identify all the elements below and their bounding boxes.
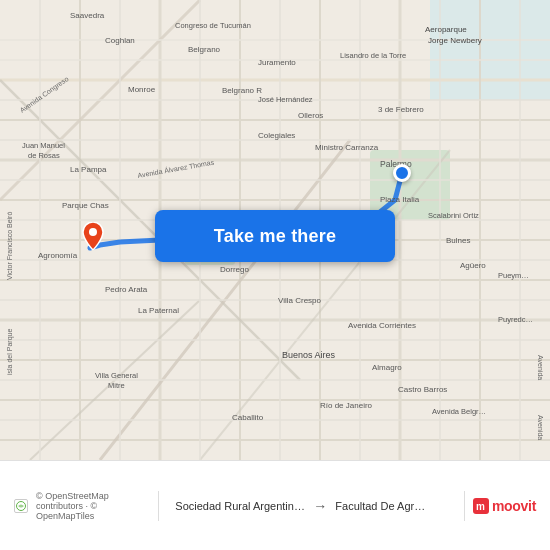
svg-text:Scalabrini Ortiz: Scalabrini Ortiz xyxy=(428,211,479,220)
svg-text:m: m xyxy=(476,501,485,512)
svg-text:Plaza Italia: Plaza Italia xyxy=(380,195,420,204)
divider-2 xyxy=(464,491,465,521)
svg-text:Coghlan: Coghlan xyxy=(105,36,135,45)
svg-text:Aeroparque: Aeroparque xyxy=(425,25,467,34)
svg-point-89 xyxy=(89,228,97,236)
svg-text:Juan Manuel: Juan Manuel xyxy=(22,141,65,150)
svg-text:Villa General: Villa General xyxy=(95,371,138,380)
svg-text:Agüero: Agüero xyxy=(460,261,486,270)
destination-marker xyxy=(393,164,411,182)
svg-text:Dorrego: Dorrego xyxy=(220,265,249,274)
svg-text:Buenos Aires: Buenos Aires xyxy=(282,350,336,360)
svg-text:Saavedra: Saavedra xyxy=(70,11,105,20)
svg-text:Avenida: Avenida xyxy=(537,415,544,440)
svg-text:Monroe: Monroe xyxy=(128,85,156,94)
svg-text:Colegiales: Colegiales xyxy=(258,131,295,140)
svg-text:La Paternal: La Paternal xyxy=(138,306,179,315)
svg-text:Mitre: Mitre xyxy=(108,381,125,390)
origin-marker xyxy=(82,222,104,250)
route-arrow: → xyxy=(313,498,327,514)
svg-text:Lisandro de la Torre: Lisandro de la Torre xyxy=(340,51,406,60)
svg-text:Avenida Belgr…: Avenida Belgr… xyxy=(432,407,486,416)
svg-text:Pedro Arata: Pedro Arata xyxy=(105,285,148,294)
svg-text:Parque Chas: Parque Chas xyxy=(62,201,109,210)
route-origin: Sociedad Rural Argentina (Buen… xyxy=(175,500,305,512)
svg-text:3 de Febrero: 3 de Febrero xyxy=(378,105,424,114)
take-me-there-button[interactable]: Take me there xyxy=(155,210,395,262)
button-label: Take me there xyxy=(214,226,336,247)
svg-text:Almagro: Almagro xyxy=(372,363,402,372)
attribution-area: © OpenStreetMap contributors · © OpenMap… xyxy=(14,491,150,521)
svg-text:Congreso de Tucumán: Congreso de Tucumán xyxy=(175,21,251,30)
svg-text:Ministro Carranza: Ministro Carranza xyxy=(315,143,379,152)
svg-text:Pueym…: Pueym… xyxy=(498,271,529,280)
svg-text:Puyredc…: Puyredc… xyxy=(498,315,533,324)
svg-text:Jorge Newbery: Jorge Newbery xyxy=(428,36,482,45)
svg-text:Olleros: Olleros xyxy=(298,111,323,120)
moovit-icon: m xyxy=(473,498,489,514)
svg-text:Avenida: Avenida xyxy=(537,355,544,380)
svg-text:José Hernández: José Hernández xyxy=(258,95,313,104)
divider xyxy=(158,491,159,521)
map-area: Saavedra Coghlan Congreso de Tucumán Bel… xyxy=(0,0,550,460)
svg-text:Caballito: Caballito xyxy=(232,413,264,422)
svg-text:isla del Parque: isla del Parque xyxy=(6,329,14,375)
svg-text:La Pampa: La Pampa xyxy=(70,165,107,174)
svg-text:de Rosas: de Rosas xyxy=(28,151,60,160)
svg-text:Victor Francisco Beiró: Victor Francisco Beiró xyxy=(6,212,13,280)
svg-text:Río de Janeiro: Río de Janeiro xyxy=(320,401,373,410)
svg-text:Agronomía: Agronomía xyxy=(38,251,78,260)
svg-text:Belgrano R: Belgrano R xyxy=(222,86,262,95)
svg-text:Belgrano: Belgrano xyxy=(188,45,221,54)
svg-text:Avenida Corrientes: Avenida Corrientes xyxy=(348,321,416,330)
bottom-bar: © OpenStreetMap contributors · © OpenMap… xyxy=(0,460,550,550)
svg-text:Bulnes: Bulnes xyxy=(446,236,470,245)
moovit-logo: m moovit xyxy=(473,498,536,514)
map-attribution: © OpenStreetMap contributors · © OpenMap… xyxy=(36,491,150,521)
moovit-brand: moovit xyxy=(492,498,536,514)
osm-icon xyxy=(14,499,28,513)
route-destination: Facultad De Agr… xyxy=(335,500,425,512)
svg-rect-3 xyxy=(430,0,550,100)
svg-text:Castro Barros: Castro Barros xyxy=(398,385,447,394)
svg-text:Juramento: Juramento xyxy=(258,58,296,67)
route-info: Sociedad Rural Argentina (Buen… → Facult… xyxy=(167,498,456,514)
svg-text:Villa Crespo: Villa Crespo xyxy=(278,296,322,305)
